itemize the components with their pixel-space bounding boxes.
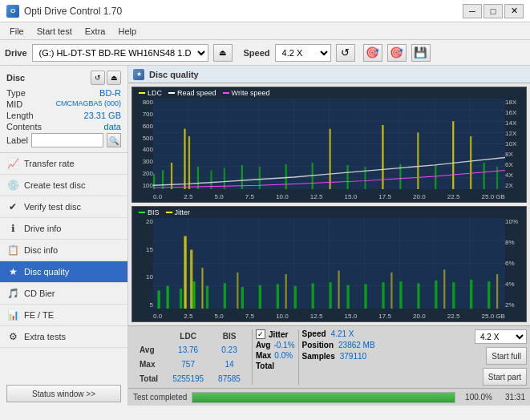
- sidebar-item-label: FE / TE: [24, 310, 54, 320]
- verify-test-disc-icon: ✔: [6, 200, 19, 213]
- disc-label-label: Label: [6, 135, 28, 145]
- speed-position-section: Speed 4.21 X Position 23862 MB Samples 3…: [302, 329, 375, 386]
- config-button2[interactable]: 🎯: [387, 44, 407, 62]
- samples-value: 379110: [340, 352, 366, 361]
- menu-extra[interactable]: Extra: [79, 25, 112, 38]
- menu-help[interactable]: Help: [111, 25, 143, 38]
- svg-rect-75: [190, 250, 192, 309]
- drive-bar: Drive (G:) HL-DT-ST BD-RE WH16NS48 1.D3 …: [0, 40, 530, 66]
- disc-type-label: Type: [6, 88, 26, 98]
- disc-type-field: Type BD-R: [6, 88, 121, 98]
- sidebar-item-drive-info[interactable]: ℹ Drive info: [0, 218, 127, 240]
- position-value: 23862 MB: [338, 341, 375, 349]
- maximize-button[interactable]: □: [483, 4, 503, 18]
- sidebar-item-label: Drive info: [24, 224, 61, 233]
- disc-length-label: Length: [6, 111, 34, 120]
- sidebar-item-label: Verify test disc: [24, 202, 81, 212]
- sidebar-item-disc-info[interactable]: 📋 Disc info: [0, 240, 127, 261]
- disc-label-row: Label 🔍: [6, 133, 121, 147]
- svg-rect-21: [188, 136, 190, 189]
- jitter-section: ✓ Jitter Avg -0.1% Max 0.0% Total: [256, 329, 295, 386]
- svg-rect-36: [452, 121, 454, 189]
- minimize-button[interactable]: ─: [463, 4, 482, 18]
- drive-label: Drive: [5, 48, 27, 58]
- jitter-checkbox[interactable]: ✓: [256, 329, 265, 339]
- legend-bis: BIS: [139, 208, 160, 216]
- chart2-xaxis: 0.0 2.5 5.0 7.5 10.0 12.5 15.0 17.5 20.0…: [153, 313, 505, 320]
- start-full-button[interactable]: Start full: [486, 347, 527, 365]
- sidebar-item-label: Create test disc: [24, 180, 85, 190]
- app-title: Opti Drive Control 1.70: [24, 6, 122, 17]
- eject-button[interactable]: ⏏: [213, 44, 233, 62]
- svg-rect-70: [435, 281, 437, 309]
- disc-label-btn[interactable]: 🔍: [107, 133, 121, 147]
- sidebar-item-label: Transfer rate: [24, 159, 75, 168]
- main-layout: Disc ↺ ⏏ Type BD-R MID CMCMAGBA5 (000) L…: [0, 66, 530, 406]
- disc-eject-icon[interactable]: ⏏: [107, 71, 121, 85]
- svg-rect-56: [192, 281, 195, 309]
- svg-rect-19: [171, 163, 172, 189]
- disc-quality-header-icon: ★: [133, 69, 144, 80]
- window-controls: ─ □ ✕: [463, 4, 524, 18]
- samples-row: Samples 379110: [302, 352, 375, 361]
- svg-rect-17: [153, 174, 155, 189]
- sidebar-item-verify-test-disc[interactable]: ✔ Verify test disc: [0, 196, 127, 218]
- progress-area: Test completed 100.0% 31:31: [128, 388, 530, 406]
- svg-rect-81: [443, 269, 445, 309]
- svg-rect-22: [197, 167, 199, 189]
- disc-contents-value: data: [104, 122, 121, 131]
- svg-rect-59: [241, 287, 244, 309]
- svg-rect-62: [294, 286, 297, 309]
- progress-time: 31:31: [497, 393, 525, 402]
- sidebar-item-cd-bier[interactable]: 🎵 CD Bier: [0, 283, 127, 305]
- sidebar-item-label: CD Bier: [24, 289, 55, 298]
- svg-rect-58: [224, 283, 226, 309]
- speed-select[interactable]: 4.2 X Maximum 2.0 X: [275, 44, 331, 62]
- disc-mid-value: CMCMAGBA5 (000): [55, 99, 121, 109]
- status-window-button[interactable]: Status window >>: [6, 385, 121, 402]
- legend-read-speed: Read speed: [168, 89, 216, 97]
- refresh-button[interactable]: ↺: [336, 44, 355, 62]
- sidebar-item-fe-te[interactable]: 📊 FE / TE: [0, 305, 127, 326]
- svg-rect-66: [364, 284, 366, 309]
- bis-avg: 0.23: [212, 343, 247, 356]
- legend-ldc: LDC: [139, 89, 162, 97]
- svg-rect-79: [338, 271, 339, 309]
- disc-panel: Disc ↺ ⏏ Type BD-R MID CMCMAGBA5 (000) L…: [0, 66, 127, 153]
- menu-file[interactable]: File: [3, 25, 30, 38]
- drive-select[interactable]: (G:) HL-DT-ST BD-RE WH16NS48 1.D3: [32, 44, 208, 62]
- sidebar-item-extra-tests[interactable]: ⚙ Extra tests: [0, 326, 127, 348]
- sidebar-item-create-test-disc[interactable]: 💿 Create test disc: [0, 175, 127, 196]
- progress-bar-inner: [192, 393, 455, 402]
- menu-starttest[interactable]: Start test: [30, 25, 79, 38]
- close-button[interactable]: ✕: [504, 4, 524, 18]
- start-part-button[interactable]: Start part: [483, 368, 527, 386]
- disc-length-value: 23.31 GB: [84, 111, 121, 120]
- sidebar-item-transfer-rate[interactable]: 📈 Transfer rate: [0, 153, 127, 175]
- svg-rect-73: [488, 281, 490, 309]
- ldc-max: 757: [166, 357, 210, 370]
- svg-rect-30: [346, 165, 348, 189]
- sidebar-item-disc-quality[interactable]: ★ Disc quality: [0, 261, 127, 283]
- svg-rect-71: [452, 282, 455, 309]
- fe-te-icon: 📊: [6, 309, 19, 321]
- stats-table: LDC BIS Avg 13.76 0.23 Max 757 14: [131, 329, 249, 386]
- svg-rect-35: [435, 165, 436, 189]
- position-row: Position 23862 MB: [302, 341, 375, 349]
- sidebar: Disc ↺ ⏏ Type BD-R MID CMCMAGBA5 (000) L…: [0, 66, 128, 406]
- disc-refresh-icon[interactable]: ↺: [91, 71, 105, 85]
- stats-speed-select[interactable]: 4.2 X Maximum 2.0 X: [475, 329, 527, 344]
- disc-label-input[interactable]: [31, 133, 103, 147]
- svg-rect-57: [206, 286, 208, 309]
- speed-value: 4.21 X: [331, 329, 354, 338]
- progress-percent: 100.0%: [460, 393, 492, 402]
- config-button1[interactable]: 🎯: [363, 44, 382, 62]
- svg-rect-60: [259, 285, 261, 309]
- legend-jitter: Jitter: [166, 208, 191, 216]
- svg-rect-18: [162, 170, 164, 189]
- svg-rect-27: [285, 164, 287, 189]
- svg-rect-72: [470, 280, 472, 309]
- save-button[interactable]: 💾: [411, 44, 431, 62]
- svg-rect-74: [184, 236, 186, 309]
- svg-rect-80: [390, 273, 392, 309]
